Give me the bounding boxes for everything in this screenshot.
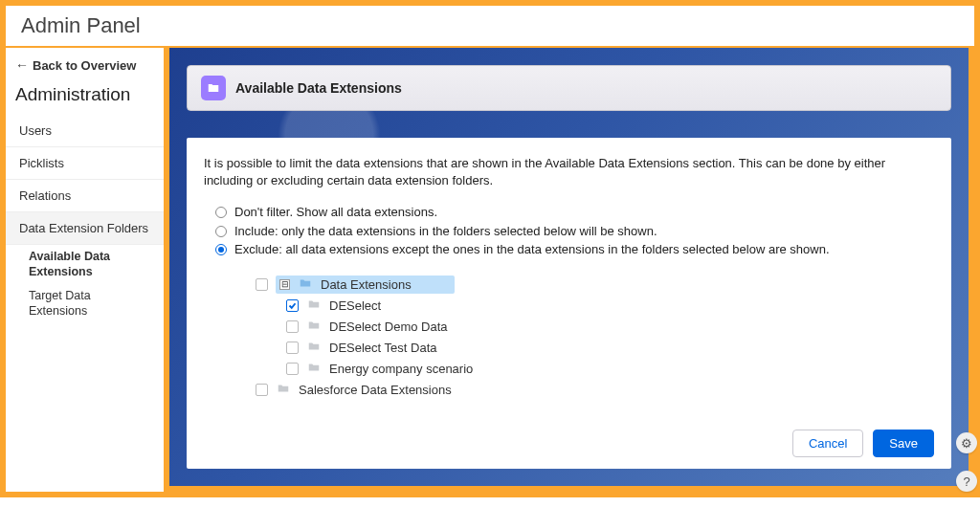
help-rail-button[interactable]: ?	[956, 471, 977, 492]
folder-icon	[306, 298, 322, 314]
titlebar: Admin Panel	[6, 6, 974, 48]
tree-label: Salesforce Data Extensions	[299, 383, 452, 397]
panel-header: Available Data Extensions	[187, 65, 951, 111]
filter-radio-2[interactable]: Exclude: all data extensions except the …	[215, 240, 934, 259]
sidebar-subitem-target-data-extensions[interactable]: Target Data Extensions	[6, 284, 164, 323]
back-label: Back to Overview	[33, 58, 136, 73]
tree-root-salesforce-data-extensions[interactable]: Salesforce Data Extensions	[233, 380, 934, 401]
panel-body: It is possible to limit the data extensi…	[187, 138, 951, 469]
checkbox[interactable]	[256, 278, 268, 291]
checkbox[interactable]	[286, 320, 299, 333]
right-rail: ⚙ ?	[953, 0, 980, 497]
tree-label: Data Extensions	[321, 277, 412, 292]
panel-footer: Cancel Save	[204, 414, 934, 457]
help-icon: ?	[963, 474, 969, 489]
tree-item-deselect-test-data[interactable]: DESelect Test Data	[233, 338, 934, 359]
sidebar: ← Back to Overview Administration UsersP…	[6, 48, 164, 492]
filter-radio-1[interactable]: Include: only the data extensions in the…	[215, 222, 934, 241]
radio-icon	[215, 244, 227, 255]
folder-icon	[306, 340, 322, 356]
settings-rail-button[interactable]: ⚙	[956, 432, 977, 453]
filter-radio-group: Don't filter. Show all data extensions.I…	[204, 203, 934, 259]
tree-item-deselect[interactable]: DESelect	[233, 296, 934, 317]
radio-icon	[215, 226, 227, 237]
sidebar-item-relations[interactable]: Relations	[6, 180, 164, 212]
folder-icon	[298, 276, 313, 293]
sidebar-subitem-available-data-extensions[interactable]: Available Data Extensions	[6, 245, 164, 284]
back-to-overview-link[interactable]: ← Back to Overview	[6, 48, 164, 80]
arrow-left-icon: ←	[15, 57, 29, 73]
radio-label: Don't filter. Show all data extensions.	[234, 203, 437, 222]
sidebar-heading: Administration	[6, 80, 164, 115]
folder-tree: ⊟Data ExtensionsDESelectDESelect Demo Da…	[204, 275, 934, 401]
app-frame: Admin Panel ← Back to Overview Administr…	[0, 0, 980, 497]
tree-label: Energy company scenario	[329, 362, 473, 376]
folder-icon	[276, 382, 291, 398]
body-row: ← Back to Overview Administration UsersP…	[6, 48, 974, 492]
radio-icon	[215, 207, 227, 218]
app-title: Admin Panel	[21, 13, 959, 38]
checkbox[interactable]	[256, 384, 268, 396]
checkbox[interactable]	[286, 342, 299, 354]
radio-label: Include: only the data extensions in the…	[234, 222, 657, 241]
sidebar-item-users[interactable]: Users	[6, 115, 164, 147]
folder-icon	[306, 319, 322, 335]
tree-root-data-extensions[interactable]: ⊟Data Extensions	[233, 275, 934, 296]
folder-header-icon	[201, 76, 226, 100]
filter-radio-0[interactable]: Don't filter. Show all data extensions.	[215, 203, 934, 222]
expander-icon[interactable]: ⊟	[279, 279, 290, 290]
tree-label: DESelect	[329, 298, 381, 313]
checkbox[interactable]	[286, 299, 299, 312]
main-panel: Available Data Extensions It is possible…	[169, 48, 969, 486]
radio-label: Exclude: all data extensions except the …	[234, 240, 830, 259]
panel-heading: Available Data Extensions	[235, 80, 402, 96]
gear-icon: ⚙	[961, 436, 972, 451]
save-button[interactable]: Save	[873, 430, 934, 457]
tree-label: DESelect Demo Data	[329, 320, 448, 334]
sidebar-item-data-extension-folders[interactable]: Data Extension Folders	[6, 212, 164, 245]
sidebar-item-picklists[interactable]: Picklists	[6, 147, 164, 180]
tree-item-energy-company-scenario[interactable]: Energy company scenario	[233, 359, 934, 380]
tree-item-deselect-demo-data[interactable]: DESelect Demo Data	[233, 317, 934, 338]
intro-text: It is possible to limit the data extensi…	[204, 155, 934, 189]
cancel-button[interactable]: Cancel	[792, 430, 863, 457]
folder-icon	[306, 361, 322, 377]
tree-label: DESelect Test Data	[329, 341, 436, 355]
checkbox[interactable]	[286, 363, 299, 375]
